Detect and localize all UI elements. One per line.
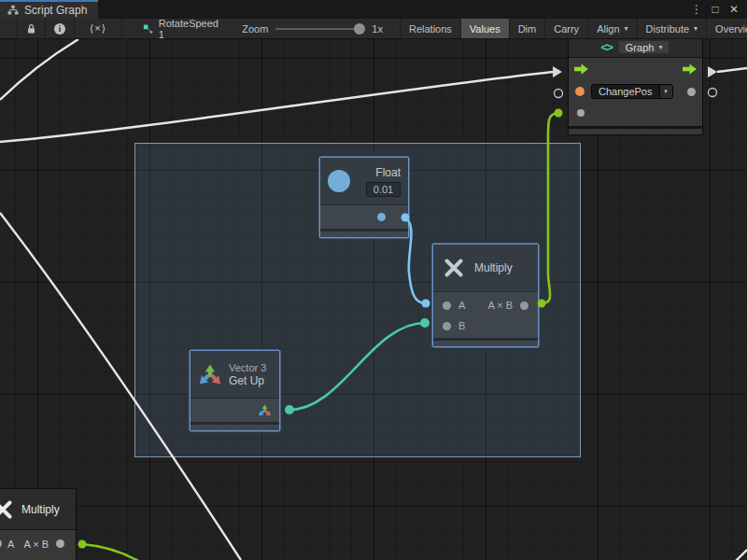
title-bar: Script Graph ⋮ □ ✕ (0, 0, 747, 19)
breadcrumb[interactable]: RotateSpeed 1 (134, 19, 229, 38)
wire-multiply2-output[interactable] (82, 544, 138, 560)
multiply-input-b-port[interactable] (443, 322, 451, 330)
node-vector3-get-up[interactable]: Vector 3 Get Up (190, 350, 280, 431)
variable-value-input-port[interactable] (575, 87, 585, 96)
vector3-node-subtitle: Get Up (229, 374, 266, 387)
float-value-field[interactable]: 0.01 (366, 182, 401, 197)
graph-scope-icon: <> (601, 40, 612, 54)
multiply-partial-title: Multiply (21, 503, 60, 516)
multiply-icon (0, 498, 14, 521)
breadcrumb-label: RotateSpeed 1 (159, 19, 220, 39)
variable-name-dropdown[interactable]: ChangePos ▾ (591, 84, 673, 99)
distribute-button[interactable]: Distribute ▾ (637, 19, 706, 38)
wire-white-to-graph-input[interactable] (0, 72, 553, 142)
lock-button[interactable] (17, 19, 46, 38)
graph-toolbar: i ⟨×⟩ RotateSpeed 1 Zoom 1x Relations Va… (0, 19, 747, 39)
wire-white-bottomright-stub[interactable] (736, 550, 747, 560)
wire-endpoint-green-end (555, 109, 563, 118)
zoom-slider[interactable] (275, 23, 364, 35)
window-controls: ⋮ □ ✕ (689, 0, 747, 19)
multiply-partial-input-a-label: A (7, 539, 14, 550)
chevron-down-icon: ▾ (694, 24, 698, 33)
toolbar-right-group: Relations Values Dim Carry Align ▾ Distr… (383, 19, 747, 38)
info-button[interactable]: i (46, 19, 75, 38)
node-multiply-partial[interactable]: Multiply A A × B (0, 488, 77, 560)
code-icon: ⟨×⟩ (90, 22, 106, 35)
graph-node-footer (569, 126, 702, 134)
multiply-partial-input-a-port[interactable] (0, 539, 2, 548)
unconnected-port-indicator-right (709, 89, 717, 97)
node-float[interactable]: Float 0.01 (319, 157, 409, 238)
chevron-down-icon: ▾ (658, 43, 662, 51)
trigger-arrowhead-right (708, 66, 717, 77)
chevron-down-icon: ▾ (625, 24, 628, 33)
variable-name-label: ChangePos (592, 85, 659, 98)
graph-canvas[interactable]: Float 0.01 Multiply A A × B (0, 39, 747, 560)
zoom-slider-track (275, 28, 364, 30)
variable-fallback-port[interactable] (577, 109, 585, 117)
multiply-partial-output-label: A × B (23, 539, 49, 550)
node-set-variable[interactable]: <> Graph ▾ ChangePos ▾ (568, 39, 703, 135)
float-node-footer (320, 229, 408, 237)
wire-endpoint-teal-start (285, 405, 294, 414)
vector3-output-port[interactable] (258, 403, 272, 417)
multiply-node-footer (433, 338, 538, 346)
values-button[interactable]: Values (460, 19, 509, 38)
window-maximize-icon[interactable]: □ (708, 0, 723, 19)
unity-script-graph-window: Script Graph ⋮ □ ✕ i ⟨×⟩ Rotat (0, 0, 747, 560)
unconnected-port-indicator-left (555, 90, 563, 98)
zoom-value: 1x (372, 23, 383, 35)
multiply-output-label: A × B (487, 300, 513, 311)
graph-scope-label: Graph (626, 42, 655, 53)
node-multiply[interactable]: Multiply A A × B B (432, 244, 539, 347)
distribute-label: Distribute (646, 23, 689, 35)
vector3-node-footer (190, 422, 279, 430)
zoom-slider-handle[interactable] (354, 23, 365, 35)
float-node-icon (328, 170, 350, 192)
relations-button[interactable]: Relations (400, 19, 460, 38)
multiply-node-title: Multiply (474, 261, 513, 274)
carry-button[interactable]: Carry (544, 19, 587, 38)
wire-endpoint-green2-start (78, 540, 87, 549)
wire-multiply-to-changepos[interactable] (542, 113, 558, 303)
wire-endpoint-teal-end (420, 318, 430, 328)
multiply-partial-output-port[interactable] (56, 539, 64, 548)
trigger-output-port[interactable] (683, 63, 697, 75)
wire-endpoint-blue-end (422, 300, 430, 308)
window-close-icon[interactable]: ✕ (726, 0, 741, 19)
multiply-input-a-label: A (458, 300, 465, 311)
multiply-output-port[interactable] (520, 301, 529, 310)
edit-graph-button[interactable]: ⟨×⟩ (75, 19, 122, 38)
zoom-label: Zoom (242, 23, 268, 35)
graph-scope-dropdown[interactable]: Graph ▾ (618, 40, 670, 54)
script-machine-icon (143, 23, 153, 35)
vector3-node-title: Vector 3 (229, 362, 266, 373)
wire-white-topleft[interactable] (0, 39, 78, 100)
float-node-title: Float (375, 166, 401, 179)
multiply-icon (443, 257, 465, 279)
tab-title: Script Graph (24, 4, 87, 17)
wire-white-from-graph-output[interactable] (717, 68, 747, 72)
wire-getup-to-multiply-b[interactable] (289, 323, 425, 410)
float-output-port[interactable] (377, 213, 386, 221)
align-label: Align (597, 23, 619, 35)
multiply-input-b-label: B (458, 320, 465, 331)
tab-script-graph[interactable]: Script Graph (0, 0, 98, 19)
dim-button[interactable]: Dim (509, 19, 545, 38)
lock-icon (26, 23, 36, 35)
vector3-icon (198, 362, 222, 386)
align-button[interactable]: Align ▾ (587, 19, 636, 38)
variable-output-port[interactable] (687, 88, 696, 96)
chevron-down-icon: ▾ (659, 85, 672, 98)
graph-hierarchy-icon (7, 5, 19, 16)
trigger-arrowhead-left (553, 66, 562, 77)
multiply-input-a-port[interactable] (443, 301, 451, 310)
overview-button[interactable]: Overview (706, 19, 747, 38)
info-icon: i (54, 23, 65, 35)
window-menu-icon[interactable]: ⋮ (689, 0, 704, 19)
trigger-input-port[interactable] (574, 63, 588, 75)
zoom-control: Zoom 1x (242, 19, 383, 38)
